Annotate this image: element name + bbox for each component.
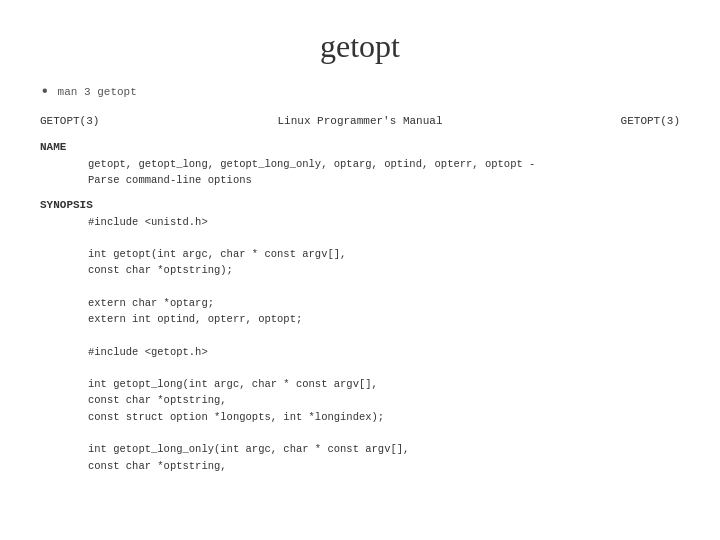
section-line	[88, 360, 680, 376]
section-line	[88, 425, 680, 441]
section-body-synopsis: #include <unistd.h> int getopt(int argc,…	[40, 214, 680, 474]
section-label-synopsis: SYNOPSIS	[40, 199, 680, 211]
section-line	[88, 327, 680, 343]
bullet-icon: •	[40, 83, 50, 101]
breadcrumb: • man 3 getopt	[40, 83, 680, 101]
section-line	[88, 230, 680, 246]
section-name: NAMEgetopt, getopt_long, getopt_long_onl…	[40, 141, 680, 189]
breadcrumb-text: man 3 getopt	[58, 86, 137, 98]
section-line: int getopt_long_only(int argc, char * co…	[88, 441, 680, 457]
section-line: int getopt(int argc, char * const argv[]…	[88, 246, 680, 262]
man-header: GETOPT(3) Linux Programmer's Manual GETO…	[40, 115, 680, 127]
section-synopsis: SYNOPSIS#include <unistd.h> int getopt(i…	[40, 199, 680, 474]
section-line: extern int optind, opterr, optopt;	[88, 311, 680, 327]
section-line: const char *optstring);	[88, 262, 680, 278]
man-header-left: GETOPT(3)	[40, 115, 99, 127]
section-line	[88, 279, 680, 295]
man-header-center: Linux Programmer's Manual	[277, 115, 442, 127]
section-line: const struct option *longopts, int *long…	[88, 409, 680, 425]
section-line: getopt, getopt_long, getopt_long_only, o…	[88, 156, 680, 172]
section-line: extern char *optarg;	[88, 295, 680, 311]
section-body-name: getopt, getopt_long, getopt_long_only, o…	[40, 156, 680, 189]
section-label-name: NAME	[40, 141, 680, 153]
section-line: const char *optstring,	[88, 458, 680, 474]
section-line: int getopt_long(int argc, char * const a…	[88, 376, 680, 392]
section-line: const char *optstring,	[88, 392, 680, 408]
man-header-right: GETOPT(3)	[621, 115, 680, 127]
section-line: #include <unistd.h>	[88, 214, 680, 230]
section-line: #include <getopt.h>	[88, 344, 680, 360]
section-line: Parse command-line options	[88, 172, 680, 188]
page-title: getopt	[0, 0, 720, 83]
